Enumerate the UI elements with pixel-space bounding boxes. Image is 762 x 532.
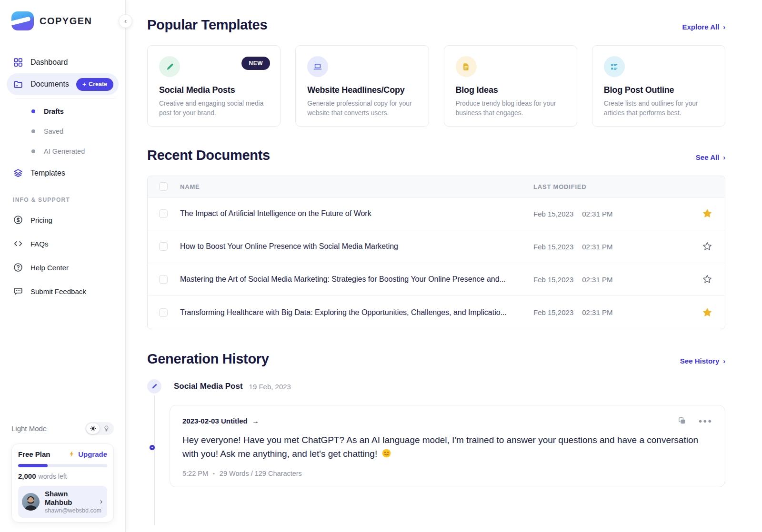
- sidebar-item-help-center[interactable]: Help Center: [7, 256, 119, 279]
- history-entry-type: Social Media Post: [174, 382, 243, 391]
- upgrade-button[interactable]: Upgrade: [68, 450, 107, 458]
- sidebar-item-label: Dashboard: [30, 58, 112, 67]
- sidebar: COPYGEN Dashboard D: [0, 0, 126, 532]
- history-entry: Social Media Post 19 Feb, 2023 2023-02-0…: [147, 379, 725, 487]
- support-item-label: Submit Feedback: [30, 287, 86, 296]
- theme-mode-label: Light Mode: [11, 424, 47, 433]
- bullet-dot-icon: [31, 129, 35, 133]
- history-entry-date: 19 Feb, 2023: [249, 383, 291, 391]
- outline-list-icon: [604, 56, 625, 77]
- more-options-icon[interactable]: ●●●: [698, 418, 712, 424]
- star-icon[interactable]: [702, 208, 712, 219]
- see-history-link[interactable]: See History ›: [680, 357, 725, 367]
- user-profile-row[interactable]: Shawn Mahbub shawn@websbd.com ›: [18, 486, 107, 518]
- generation-title: 2023-02-03 Untitled: [182, 417, 248, 425]
- star-icon[interactable]: [702, 274, 712, 285]
- grid-icon: [13, 57, 23, 68]
- arrow-right-icon: →: [252, 417, 259, 425]
- words-progress-bar: [18, 464, 107, 467]
- row-checkbox[interactable]: [159, 275, 168, 284]
- theme-toggle[interactable]: [85, 422, 114, 435]
- template-card-description: Creative and engaging social media post …: [159, 99, 269, 118]
- timeline-marker-icon: [150, 445, 155, 450]
- generation-title-link[interactable]: 2023-02-03 Untitled →: [182, 417, 259, 425]
- words-left-row: 2,000words left: [18, 472, 107, 480]
- words-left-value: 2,000: [18, 472, 36, 480]
- generation-text: Hey everyone! Have you met ChatGPT? As a…: [182, 435, 698, 459]
- explore-all-label: Explore All: [682, 23, 720, 31]
- template-card-title: Blog Post Outline: [604, 85, 713, 95]
- document-name: The Impact of Artificial Intelligence on…: [180, 209, 533, 218]
- document-name: How to Boost Your Online Presence with S…: [180, 242, 533, 251]
- sidebar-item-label: Documents: [30, 80, 69, 89]
- pen-icon: [147, 379, 161, 394]
- row-checkbox[interactable]: [159, 308, 168, 317]
- plan-progress-fill: [18, 464, 48, 467]
- template-card-blog-post-outline[interactable]: Blog Post Outline Create lists and outli…: [592, 45, 725, 127]
- subnav-item-saved[interactable]: Saved: [16, 121, 116, 141]
- table-row[interactable]: How to Boost Your Online Presence with S…: [148, 230, 725, 263]
- select-all-checkbox[interactable]: [159, 182, 168, 191]
- template-card-social-media-posts[interactable]: NEW Social Media Posts Creative and enga…: [147, 45, 281, 127]
- subnav-item-drafts[interactable]: Drafts: [16, 101, 116, 121]
- generation-card: 2023-02-03 Untitled → ●●: [170, 405, 725, 487]
- chat-bubble-icon: [13, 286, 23, 296]
- sidebar-item-faqs[interactable]: FAQs: [7, 232, 119, 256]
- table-row[interactable]: Mastering the Art of Social Media Market…: [148, 263, 725, 296]
- row-checkbox[interactable]: [159, 242, 168, 251]
- bulb-icon: [103, 425, 110, 432]
- folder-icon: [13, 79, 23, 89]
- upgrade-label: Upgrade: [78, 450, 107, 458]
- sidebar-item-dashboard[interactable]: Dashboard: [7, 51, 119, 73]
- sidebar-item-label: Templates: [30, 169, 112, 177]
- sidebar-item-documents[interactable]: Documents + Create: [7, 73, 119, 95]
- sidebar-collapse-button[interactable]: ‹: [119, 14, 132, 28]
- column-header-name: NAME: [180, 183, 533, 190]
- sidebar-item-templates[interactable]: Templates: [7, 162, 119, 184]
- support-item-label: Help Center: [30, 264, 69, 272]
- template-card-website-headlines[interactable]: Website Headlines/Copy Generate professi…: [295, 45, 429, 127]
- popular-templates-title: Popular Templates: [147, 17, 267, 33]
- column-header-last-modified: LAST MODIFIED: [533, 183, 691, 190]
- new-badge: NEW: [241, 57, 270, 70]
- explore-all-link[interactable]: Explore All ›: [682, 23, 725, 33]
- subnav-item-label: Drafts: [44, 108, 64, 115]
- table-row[interactable]: Transforming Healthcare with Big Data: E…: [148, 296, 725, 329]
- question-circle-icon: [13, 262, 23, 273]
- star-icon[interactable]: [702, 241, 712, 252]
- generation-word-count: 29 Words / 129 Characters: [220, 470, 302, 477]
- copygen-logo-icon: [11, 11, 34, 30]
- subnav-item-ai-generated[interactable]: AI Generated: [16, 141, 116, 161]
- table-row[interactable]: The Impact of Artificial Intelligence on…: [148, 197, 725, 230]
- template-card-blog-ideas[interactable]: Blog Ideas Produce trendy blog ideas for…: [444, 45, 577, 127]
- see-all-link[interactable]: See All ›: [696, 153, 725, 163]
- user-meta: Shawn Mahbub shawn@websbd.com: [45, 490, 95, 514]
- create-document-button[interactable]: + Create: [76, 78, 113, 91]
- copy-icon[interactable]: [677, 416, 687, 425]
- popular-templates-section: Popular Templates Explore All › NEW Soci…: [147, 17, 725, 127]
- sidebar-item-pricing[interactable]: Pricing: [7, 208, 119, 232]
- template-card-title: Social Media Posts: [159, 85, 269, 95]
- bullet-dot-icon: [31, 109, 35, 113]
- main-content: Popular Templates Explore All › NEW Soci…: [126, 0, 762, 532]
- recent-documents-section: Recent Documents See All › NAME LAST MOD…: [147, 148, 725, 329]
- row-checkbox[interactable]: [159, 209, 168, 218]
- chevron-right-icon: ›: [723, 23, 725, 31]
- light-mode-button[interactable]: [86, 423, 100, 434]
- see-history-label: See History: [680, 357, 720, 365]
- template-cards-row: NEW Social Media Posts Creative and enga…: [147, 45, 725, 127]
- plan-card: Free Plan Upgrade 2,000words left: [11, 443, 114, 523]
- create-button-label: Create: [89, 81, 107, 88]
- chevron-right-icon: ›: [723, 357, 725, 365]
- user-email: shawn@websbd.com: [45, 507, 95, 514]
- document-time: 02:31 PM: [582, 308, 612, 316]
- chevron-right-icon: ›: [100, 497, 102, 506]
- documents-subnav: Drafts Saved AI Generated: [16, 98, 116, 161]
- star-icon[interactable]: [702, 307, 712, 318]
- laptop-icon: [307, 56, 328, 77]
- support-section-heading: INFO & SUPPORT: [7, 197, 119, 203]
- plan-name: Free Plan: [18, 450, 50, 458]
- sidebar-item-submit-feedback[interactable]: Submit Feedback: [7, 279, 119, 303]
- document-name: Mastering the Art of Social Media Market…: [180, 275, 533, 284]
- dark-mode-button[interactable]: [100, 423, 113, 434]
